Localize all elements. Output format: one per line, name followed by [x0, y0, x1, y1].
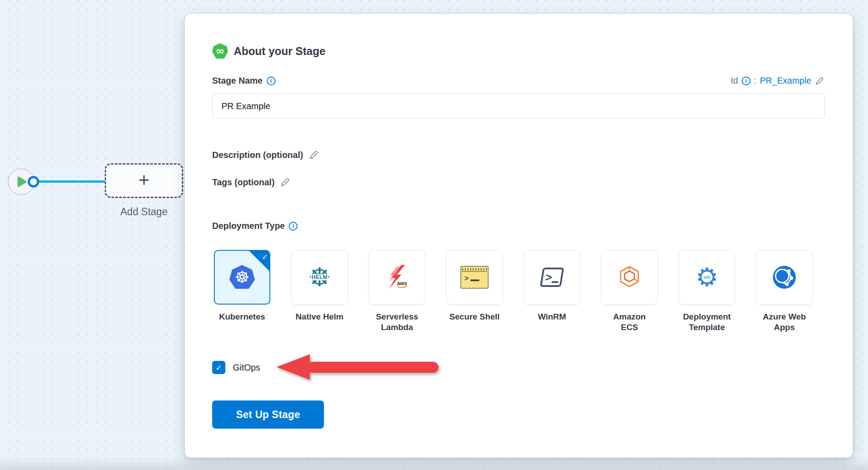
page-title: About your Stage [234, 45, 325, 58]
stage-id-row: Id i : PR_Example [731, 76, 824, 86]
deployment-type-native-helm[interactable]: ☸ HELM Native Helm [291, 250, 348, 333]
serverless-lambda-icon: aws [384, 264, 410, 290]
deployment-type-label: Deployment Type [212, 221, 285, 231]
edit-description-icon[interactable] [309, 150, 319, 160]
description-label: Description (optional) [212, 150, 303, 160]
gitops-label: GitOps [233, 363, 260, 373]
panel-header: ∞ About your Stage [212, 43, 325, 59]
info-icon[interactable]: i [742, 77, 750, 85]
deployment-type-amazon-ecs[interactable]: Amazon ECS [601, 250, 658, 333]
id-label: Id [731, 76, 738, 86]
gitops-checkbox[interactable]: ✓ [212, 361, 225, 374]
deployment-type-kubernetes[interactable]: ☸ ✓ Kubernetes [214, 250, 270, 333]
plus-icon: + [138, 170, 150, 190]
deployment-type-serverless-lambda[interactable]: aws Serverless Lambda [369, 250, 425, 333]
info-icon[interactable]: i [289, 222, 298, 231]
deployment-template-icon: ⚙ </> [694, 264, 720, 290]
azure-web-apps-icon [772, 265, 797, 290]
about-stage-panel: ∞ About your Stage Stage Name i Id i : P… [185, 14, 853, 458]
set-up-stage-button[interactable]: Set Up Stage [212, 400, 324, 429]
edit-id-icon[interactable] [815, 76, 824, 86]
deployment-type-deployment-template[interactable]: ⚙ </> Deployment Template [679, 250, 735, 333]
svg-text:aws: aws [397, 280, 407, 286]
secure-shell-icon: > [460, 266, 489, 289]
pipeline-link-node[interactable] [28, 176, 39, 187]
deployment-type-secure-shell[interactable]: > Secure Shell [446, 250, 503, 333]
canvas-bottom-shadow [0, 457, 868, 470]
tags-label: Tags (optional) [212, 177, 275, 187]
winrm-icon: > [540, 268, 564, 287]
annotation-arrow [276, 353, 443, 381]
cd-pipeline-icon: ∞ [212, 43, 228, 59]
stage-name-input[interactable] [212, 93, 825, 119]
deployment-type-winrm[interactable]: > WinRM [524, 250, 580, 333]
add-stage-label: Add Stage [100, 206, 188, 218]
pipeline-connector-line [33, 180, 106, 183]
helm-icon: ☸ HELM [306, 264, 333, 290]
id-separator: : [754, 76, 757, 86]
deployment-type-azure-web-apps[interactable]: Azure Web Apps [756, 250, 813, 333]
stage-name-row: Stage Name i Id i : PR_Example [212, 76, 824, 86]
selected-check-icon: ✓ [249, 251, 269, 271]
amazon-ecs-icon [617, 264, 642, 290]
info-icon[interactable]: i [267, 77, 276, 85]
add-stage-button[interactable]: + [105, 163, 183, 198]
stage-name-label: Stage Name [212, 76, 263, 86]
stage-id-value[interactable]: PR_Example [760, 76, 811, 86]
play-icon [18, 176, 26, 187]
deployment-type-options: ☸ ✓ Kubernetes ☸ HELM Native Helm [214, 250, 813, 333]
edit-tags-icon[interactable] [280, 177, 291, 187]
